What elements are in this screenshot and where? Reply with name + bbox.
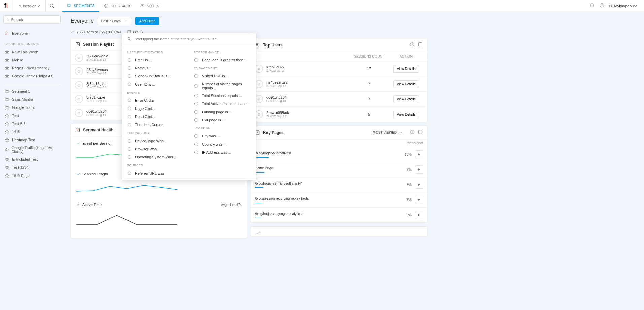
sidebar-segment-item[interactable]: Is Included Test [3,155,61,163]
sidebar-segment-item[interactable]: Segment 1 [3,87,61,95]
global-search-button[interactable] [45,0,59,12]
svg-point-74 [194,74,198,78]
starred-label: STARRED SEGMENTS [5,42,61,46]
svg-rect-37 [76,43,80,46]
sidebar-segment-item[interactable]: Google Traffic (Hotjar Vs Clarity) [3,144,61,155]
svg-line-4 [53,7,54,8]
add-filter-button[interactable]: Add Filter [135,17,159,25]
star-icon [5,165,9,170]
view-details-button[interactable]: View Details [393,111,419,118]
filter-group-label: ENGAGEMENT [194,67,251,70]
trend-icon [255,230,260,236]
filter-option[interactable]: Country was ... [194,140,251,148]
filter-option[interactable]: User ID is ... [127,80,184,88]
filter-item-icon [127,98,132,103]
svg-point-80 [194,134,198,137]
history-icon[interactable] [409,42,415,48]
sidebar-segment-item[interactable]: Saas Mantra [3,95,61,103]
user-name[interactable]: O. Mykhoparkina [609,4,637,8]
filter-option[interactable]: Operating System Was .. [127,153,184,161]
sidebar-segment-item[interactable]: Heatmap Test [3,136,61,144]
filter-option[interactable]: Visited URL is ... [194,72,251,80]
filter-option[interactable]: Total Active time is at least .. [194,100,251,108]
sidebar-everyone[interactable]: Everyone [3,29,61,38]
svg-line-60 [130,40,131,41]
filter-group-label: USER IDENTIFICATION [127,51,184,54]
filter-option[interactable]: Device Type Was .. [127,137,184,145]
play-button[interactable] [415,181,423,189]
expand-icon[interactable] [418,129,423,136]
svg-point-82 [194,151,198,154]
filter-item-icon [194,150,199,155]
expand-icon[interactable] [418,42,423,48]
svg-point-77 [194,102,198,105]
play-button[interactable] [415,165,423,174]
star-icon [5,97,9,102]
filter-option[interactable]: Thrashed Cursor [127,121,184,129]
svg-point-61 [128,58,131,61]
filter-option[interactable]: Dead Clicks [127,113,184,121]
sidebar-segment-item[interactable]: Test-1234 [3,163,61,172]
sidebar-starred-item[interactable]: New This Week [3,48,61,56]
key-page-row: /blog/hotjar-alternatives/ 13% [251,147,427,162]
svg-marker-25 [5,89,9,93]
view-details-button[interactable]: View Details [393,65,419,73]
svg-marker-57 [418,199,420,201]
key-pages-card: Key Pages MOST VIEWED SESSIONS /blog/hot… [251,126,427,223]
filter-search-input[interactable] [134,37,251,41]
filter-option[interactable]: Name is ... [127,64,184,72]
filter-option[interactable]: City was ... [194,132,251,140]
star-filled-icon [5,58,9,62]
filter-option[interactable]: Total Sessions equals ... [194,92,251,100]
play-icon [417,198,421,202]
history-icon[interactable] [409,129,415,136]
sidebar-segment-item[interactable]: 16-9-Rage [3,172,61,180]
info-icon[interactable] [599,3,605,9]
tab-notes[interactable]: NOTES [135,0,164,12]
sidebar-segment-item[interactable]: Test-5-8 [3,120,61,128]
sidebar-segment-item[interactable]: Google Traffic [3,103,61,112]
key-page-row: Home Page 9% [251,162,427,177]
sidebar-starred-item[interactable]: Rage Clicked Recently [3,64,61,72]
view-details-button[interactable]: View Details [393,80,419,88]
filter-option[interactable]: IP Address was ... [194,148,251,156]
filter-option[interactable]: Rage Clicks [127,104,184,113]
view-details-button[interactable]: View Details [393,95,419,103]
tab-segments[interactable]: SEGMENTS [62,0,99,12]
svg-rect-53 [419,130,422,134]
play-button[interactable] [415,150,423,158]
filter-option[interactable]: Referrer URL was [127,169,184,177]
play-icon [417,153,421,156]
filter-option[interactable]: Browser Was .. [127,145,184,153]
svg-point-73 [194,58,198,61]
svg-point-70 [128,147,131,150]
sessions-count-header: SESSIONS COUNT [349,55,389,58]
sidebar-search[interactable] [3,16,61,24]
filter-item-icon [194,74,199,79]
filter-option[interactable]: Error Clicks [127,96,184,104]
sidebar-segment-item[interactable]: 14-5 [3,128,61,136]
date-range-select[interactable]: Last 7 Days [98,17,131,25]
filter-option[interactable]: Exit page is ... [194,116,251,124]
filter-option[interactable]: Page load is greater than .. [194,56,251,64]
filter-option[interactable]: Email is ... [127,56,184,64]
filter-item-icon [127,114,132,119]
search-icon [6,18,9,22]
filter-item-icon [194,101,199,106]
play-button[interactable] [415,196,423,204]
star-filled-icon [5,66,9,70]
sidebar-search-input[interactable] [11,18,58,22]
sidebar-starred-item[interactable]: Google Traffic (Hotjar Alt) [3,72,61,80]
notifications-icon[interactable] [589,3,595,9]
filter-option[interactable]: Signed-up Status is ... [127,72,184,80]
sidebar-starred-item[interactable]: Mobile [3,56,61,64]
filter-item-icon [127,171,132,176]
filter-option[interactable]: Landing page is ... [194,108,251,116]
tab-feedback[interactable]: FEEDBACK [99,0,135,12]
play-button[interactable] [415,211,423,219]
sidebar-segment-item[interactable]: Test [3,112,61,120]
key-pages-sort[interactable]: MOST VIEWED [373,130,403,135]
filter-option[interactable]: Number of visited pages equals .. [194,80,251,92]
site-selector[interactable]: fullsession.io [12,0,45,12]
star-icon [5,89,9,94]
